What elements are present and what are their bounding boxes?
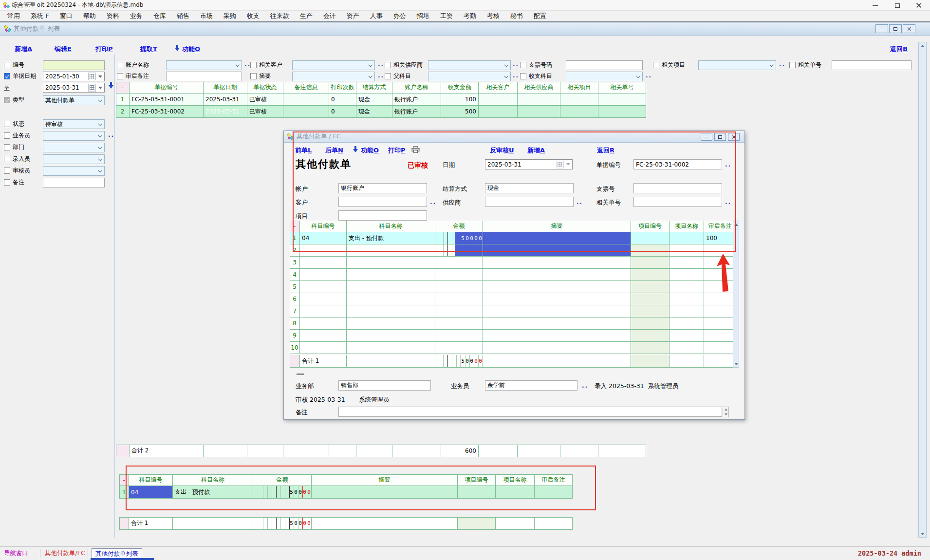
project-code-cell[interactable] [631,232,670,244]
table-cell[interactable] [479,106,518,118]
filter-checkbox-entry_clerk[interactable] [4,156,10,162]
post-audit-note-cell[interactable]: 100 [704,232,737,244]
summary-cell[interactable] [483,244,631,257]
menu-item-7[interactable]: 销售 [171,11,195,21]
menu-item-6[interactable]: 仓库 [148,11,171,21]
table-cell[interactable] [479,93,518,106]
subject-name-cell[interactable] [347,330,435,342]
filter-combo-type[interactable]: 其他付款单 [43,95,105,105]
subject-name-cell[interactable] [347,244,435,257]
summary-cell[interactable] [483,330,631,342]
menu-item-22[interactable]: 配置 [528,11,552,21]
summary-cell[interactable] [483,305,631,317]
filter-date-to[interactable]: 2025-03-31 [43,83,105,93]
row-seq[interactable]: 7 [290,305,300,317]
menu-item-10[interactable]: 收支 [242,11,265,21]
filter-combo-related_customer[interactable] [292,60,375,70]
menu-item-18[interactable]: 工资 [435,11,458,21]
filter-checkbox-department[interactable] [4,144,10,150]
menu-item-9[interactable]: 采购 [218,11,242,21]
subject-name-cell[interactable] [347,281,435,293]
filter-checkbox-post_audit_note[interactable] [117,73,123,79]
summary-cell[interactable] [483,281,631,293]
amount-cell[interactable]: 50000 [435,355,483,368]
table-cell[interactable] [598,106,646,118]
row-seq[interactable]: 5 [290,281,300,293]
subject-name-cell[interactable]: 支出 - 预付款 [173,486,253,499]
table-cell[interactable] [518,93,560,106]
project-name-cell[interactable] [670,330,704,342]
field-supplier[interactable] [485,197,574,207]
menu-item-5[interactable]: 业务 [125,11,148,21]
table-cell[interactable] [518,106,560,118]
post-audit-note-cell[interactable] [704,305,737,317]
note-spinner[interactable] [723,407,729,417]
filter-input-note[interactable] [43,178,105,187]
project-code-cell[interactable] [631,257,670,269]
menu-item-12[interactable]: 生产 [295,11,318,21]
filter-input-cheque_number[interactable] [566,60,643,70]
project-name-cell[interactable] [670,281,704,293]
lookup-dots[interactable]: .. [725,199,731,205]
row-seq[interactable]: 4 [290,269,300,281]
amount-cell[interactable] [435,305,483,317]
minimize-button[interactable] [866,0,884,11]
subject-code-cell[interactable] [300,342,347,354]
filter-checkbox-related_project[interactable] [653,62,659,68]
table-cell[interactable] [598,93,646,106]
row-seq[interactable]: 1 [290,232,300,244]
project-name-cell[interactable] [670,244,704,257]
subject-name-cell[interactable] [347,342,435,354]
toolbar-func-button[interactable]: 功能O [182,45,200,54]
filter-combo-department[interactable] [43,143,105,152]
row-seq[interactable]: 3 [290,257,300,269]
lookup-dots[interactable]: .. [430,199,436,205]
subject-code-cell[interactable] [300,244,347,257]
amount-cell[interactable] [435,244,483,257]
post-audit-note-cell[interactable] [535,486,573,499]
subject-code-cell[interactable]: 04 [129,486,173,499]
subject-name-cell[interactable] [347,317,435,330]
subject-code-cell[interactable] [300,293,347,305]
lookup-dots[interactable]: .. [577,199,583,205]
table-cell[interactable] [283,106,329,118]
calendar-icon[interactable] [556,161,564,168]
chevron-down-icon[interactable] [565,161,571,168]
filter-combo-related_supplier[interactable] [428,60,511,70]
subject-code-cell[interactable] [300,305,347,317]
post-audit-note-cell[interactable] [704,317,737,330]
filter-checkbox-salesperson[interactable] [4,132,10,139]
chevron-down-icon[interactable] [97,84,103,92]
lookup-dots[interactable]: .. [646,72,652,79]
table-cell[interactable]: 1 [116,93,130,106]
child-maximize-button[interactable] [889,24,902,33]
subject-code-cell[interactable] [300,330,347,342]
dialog-toolbar-new-button[interactable]: 新增A [527,146,545,155]
table-cell[interactable]: 0 [329,106,356,118]
dialog-toolbar-next-button[interactable]: 后单N [325,146,343,155]
project-name-cell[interactable] [670,317,704,330]
status-tab-0[interactable]: 导航窗口 [4,549,28,558]
dept-input[interactable]: 销售部 [338,380,431,391]
table-cell[interactable]: 银行账户 [392,93,441,106]
amount-cell[interactable]: 50000 [253,486,312,499]
project-code-cell[interactable] [631,305,670,317]
project-code-cell[interactable] [631,244,670,257]
summary-cell[interactable] [483,232,631,244]
child-close-button[interactable] [903,24,915,33]
row-seq[interactable]: 9 [290,330,300,342]
table-cell[interactable] [560,106,598,118]
project-name-cell[interactable] [670,232,704,244]
filter-combo-related_project[interactable] [698,60,776,70]
amount-cell[interactable] [435,317,483,330]
filter-combo-account_name[interactable] [166,60,242,70]
toolbar-print-button[interactable]: 打印P [95,45,113,54]
subject-code-cell[interactable] [300,281,347,293]
calendar-icon[interactable] [88,73,96,80]
project-code-cell[interactable] [631,330,670,342]
menu-item-15[interactable]: 人事 [365,11,388,21]
project-name-cell[interactable] [496,486,535,499]
filter-checkbox-related_supplier[interactable] [385,62,391,68]
row-seq[interactable]: 8 [290,317,300,330]
filter-checkbox-inout_subject[interactable] [520,73,526,79]
